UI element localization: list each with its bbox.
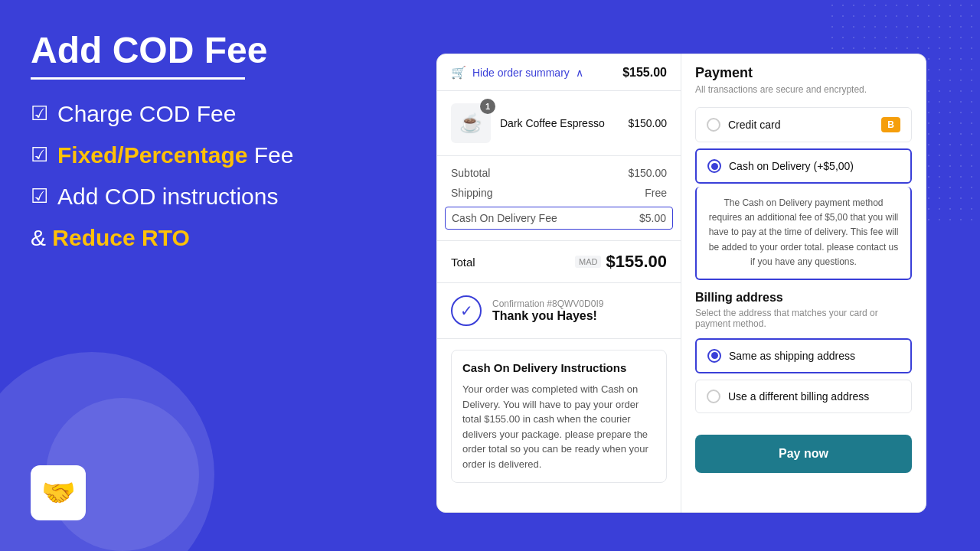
billing-subtitle: Select the address that matches your car… (695, 308, 912, 329)
cod-instructions-title: Cash On Delivery Instructions (462, 361, 655, 374)
confirmation-number: Confirmation #8QWV0D0I9 (492, 298, 603, 309)
confirmation-message: Thank you Hayes! (492, 309, 603, 323)
order-header: 🛒 Hide order summary ∧ $155.00 (437, 54, 681, 91)
billing-same-option[interactable]: Same as shipping address (695, 338, 912, 373)
subtotal-value: $150.00 (628, 167, 667, 179)
order-total-header: $155.00 (622, 66, 667, 80)
cod-description-box: The Cash on Delivery payment method requ… (695, 187, 912, 280)
feature-text-1: Charge COD Fee (57, 101, 236, 127)
credit-card-radio (707, 118, 720, 132)
feature-item-2: ☑ Fixed/Percentage Fee (31, 142, 322, 168)
check-icon-2: ☑ (31, 143, 48, 167)
cod-description-text: The Cash on Delivery payment method requ… (707, 196, 900, 269)
feature-item-4: & Reduce RTO (31, 225, 322, 251)
feature-text-4: & Reduce RTO (31, 225, 190, 251)
feature-item-3: ☑ Add COD instructions (31, 184, 322, 210)
check-icon-1: ☑ (31, 102, 48, 126)
order-lines: Subtotal $150.00 Shipping Free Cash On D… (437, 156, 681, 241)
subtotal-label: Subtotal (451, 167, 490, 179)
cod-instructions-box: Cash On Delivery Instructions Your order… (451, 350, 667, 483)
cod-fee-value: $5.00 (639, 212, 666, 224)
check-icon-3: ☑ (31, 184, 48, 208)
order-total-line: Total MAD $155.00 (437, 241, 681, 283)
billing-different-option[interactable]: Use a different billing address (695, 380, 912, 413)
payment-title: Payment (695, 65, 912, 81)
feature-item-1: ☑ Charge COD Fee (31, 101, 322, 127)
billing-different-radio (707, 390, 720, 403)
main-title: Add COD Fee (31, 31, 322, 71)
panels-container: 🛒 Hide order summary ∧ $155.00 ☕ 1 Dark … (436, 54, 926, 513)
credit-card-option-left: Credit card (707, 118, 780, 132)
shipping-label: Shipping (451, 187, 493, 199)
billing-same-label: Same as shipping address (729, 350, 855, 362)
credit-card-label: Credit card (728, 119, 780, 131)
credit-card-badge: B (881, 117, 900, 132)
feature-text-2: Fixed/Percentage Fee (57, 142, 293, 168)
billing-title: Billing address (695, 291, 912, 305)
payment-subtitle: All transactions are secure and encrypte… (695, 84, 912, 95)
check-circle-icon: ✓ (451, 295, 482, 326)
billing-different-label: Use a different billing address (728, 390, 869, 403)
product-quantity-badge: 1 (480, 99, 495, 114)
shipping-line: Shipping Free (451, 187, 667, 199)
pay-now-button[interactable]: Pay now (695, 435, 912, 473)
product-row: ☕ 1 Dark Coffee Espresso $150.00 (437, 91, 681, 156)
confirmation-section: ✓ Confirmation #8QWV0D0I9 Thank you Haye… (437, 283, 681, 339)
subtotal-line: Subtotal $150.00 (451, 167, 667, 179)
cod-option-left: Cash on Delivery (+$5,00) (707, 159, 854, 173)
currency-badge: MAD (575, 256, 601, 268)
cod-radio (707, 159, 721, 173)
hide-summary-label: Hide order summary (472, 67, 570, 79)
chevron-icon: ∧ (576, 67, 583, 79)
total-label: Total (451, 256, 475, 269)
product-image-wrap: ☕ 1 (451, 103, 491, 143)
total-amount: MAD $155.00 (575, 252, 667, 272)
cart-icon: 🛒 (451, 65, 466, 80)
title-underline (31, 77, 245, 80)
cod-instructions-text: Your order was completed with Cash on De… (462, 382, 655, 471)
payment-options: Credit card B Cash on Delivery (+$5,00) (681, 101, 926, 190)
confirmation-text: Confirmation #8QWV0D0I9 Thank you Hayes! (492, 298, 603, 323)
product-price: $150.00 (628, 117, 667, 129)
feature-text-3: Add COD instructions (57, 184, 278, 210)
cod-fee-line: Cash On Delivery Fee $5.00 (445, 207, 673, 230)
shipping-value: Free (645, 187, 667, 199)
billing-same-radio (707, 349, 721, 363)
product-name: Dark Coffee Espresso (500, 117, 619, 129)
total-value: $155.00 (606, 252, 667, 272)
hide-summary[interactable]: 🛒 Hide order summary ∧ (451, 65, 583, 80)
cod-option[interactable]: Cash on Delivery (+$5,00) (695, 148, 912, 184)
payment-header: Payment All transactions are secure and … (681, 54, 926, 101)
credit-card-option[interactable]: Credit card B (695, 107, 912, 142)
app-logo: 🤝 (31, 465, 86, 520)
payment-panel: Payment All transactions are secure and … (681, 54, 926, 513)
cod-label: Cash on Delivery (+$5,00) (729, 160, 854, 172)
order-panel: 🛒 Hide order summary ∧ $155.00 ☕ 1 Dark … (436, 54, 681, 513)
cod-fee-label: Cash On Delivery Fee (452, 212, 557, 224)
billing-section: Billing address Select the address that … (681, 280, 926, 427)
